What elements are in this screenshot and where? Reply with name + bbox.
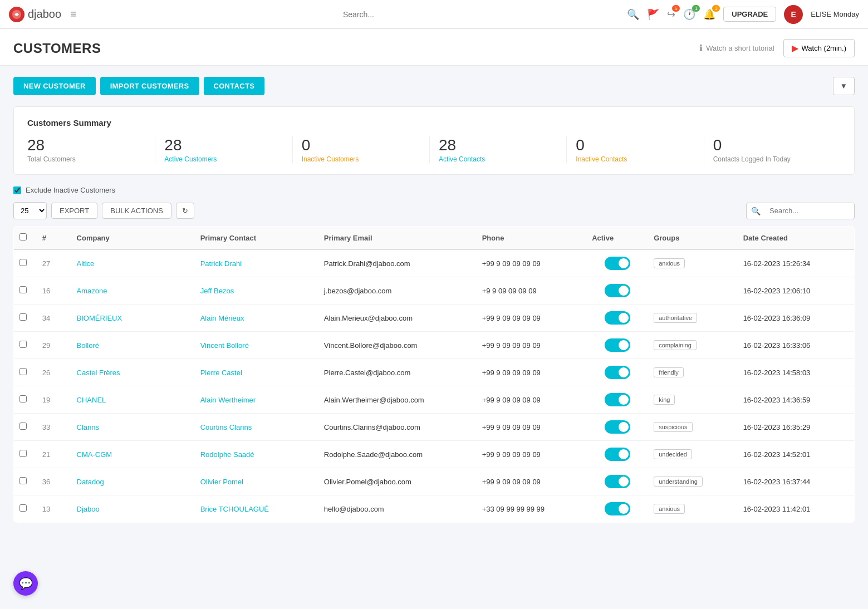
stat-active-contacts[interactable]: 28 Active Contacts bbox=[439, 136, 567, 163]
tutorial-text: Watch a short tutorial bbox=[706, 44, 774, 52]
company-link[interactable]: CHANEL bbox=[77, 396, 106, 404]
play-icon: ▶ bbox=[792, 43, 798, 53]
stat-inactive-customers-number: 0 bbox=[302, 136, 420, 154]
tutorial-link[interactable]: ℹ Watch a short tutorial bbox=[699, 43, 774, 53]
row-email: Vincent.Bollore@djaboo.com bbox=[318, 332, 477, 359]
refresh-button[interactable]: ↻ bbox=[176, 203, 194, 219]
menu-icon[interactable]: ≡ bbox=[70, 8, 77, 21]
flag-icon[interactable]: 🚩 bbox=[647, 8, 659, 21]
table-controls: 25 10 50 100 EXPORT BULK ACTIONS ↻ 🔍 bbox=[13, 202, 855, 219]
watch-button[interactable]: ▶ Watch (2min.) bbox=[783, 39, 855, 57]
active-toggle[interactable] bbox=[605, 502, 630, 515]
toggle-slider bbox=[605, 502, 630, 515]
export-button[interactable]: EXPORT bbox=[51, 203, 97, 219]
exclude-inactive-checkbox[interactable] bbox=[13, 186, 21, 194]
row-checkbox[interactable] bbox=[19, 259, 27, 266]
contact-link[interactable]: Alain Mérieux bbox=[200, 314, 244, 322]
task-icon[interactable]: 🕐 1 bbox=[683, 8, 695, 21]
stat-active-customers[interactable]: 28 Active Customers bbox=[164, 136, 292, 163]
contact-link[interactable]: Olivier Pomel bbox=[200, 478, 243, 486]
row-check bbox=[14, 386, 37, 414]
row-checkbox[interactable] bbox=[19, 341, 27, 348]
logo[interactable]: djaboo bbox=[9, 7, 61, 22]
import-customers-button[interactable]: IMPORT CUSTOMERS bbox=[100, 77, 199, 95]
active-toggle[interactable] bbox=[605, 366, 630, 379]
toggle-slider bbox=[605, 338, 630, 352]
active-toggle[interactable] bbox=[605, 393, 630, 406]
row-check bbox=[14, 468, 37, 495]
table-row: 27 Altice Patrick Drahi Patrick.Drahi@dj… bbox=[14, 249, 855, 277]
row-checkbox[interactable] bbox=[19, 504, 27, 512]
row-contact: Olivier Pomel bbox=[195, 468, 318, 495]
task-badge: 1 bbox=[692, 5, 700, 12]
row-email: Alain.Merieux@djaboo.com bbox=[318, 304, 477, 332]
row-checkbox[interactable] bbox=[19, 450, 27, 457]
company-link[interactable]: Altice bbox=[77, 259, 95, 268]
stat-inactive-customers[interactable]: 0 Inactive Customers bbox=[302, 136, 430, 163]
row-phone: +99 9 09 09 09 09 bbox=[477, 414, 586, 441]
upgrade-button[interactable]: UPGRADE bbox=[723, 7, 776, 22]
row-checkbox[interactable] bbox=[19, 313, 27, 321]
active-toggle[interactable] bbox=[605, 284, 630, 297]
toggle-slider bbox=[605, 311, 630, 325]
search-icon[interactable]: 🔍 bbox=[627, 8, 639, 21]
share-badge: 5 bbox=[672, 5, 680, 12]
content: NEW CUSTOMER IMPORT CUSTOMERS CONTACTS ▼… bbox=[0, 66, 868, 534]
group-badge: understanding bbox=[654, 477, 703, 487]
active-toggle[interactable] bbox=[605, 448, 630, 461]
row-company: Altice bbox=[71, 249, 195, 277]
row-checkbox[interactable] bbox=[19, 477, 27, 484]
contact-link[interactable]: Alain Wertheimer bbox=[200, 396, 256, 404]
company-link[interactable]: Amazone bbox=[77, 287, 107, 295]
exclude-inactive-label[interactable]: Exclude Inactive Customers bbox=[26, 186, 115, 194]
contact-link[interactable]: Vincent Bolloré bbox=[200, 341, 249, 350]
row-checkbox[interactable] bbox=[19, 368, 27, 375]
active-toggle[interactable] bbox=[605, 420, 630, 434]
contacts-button[interactable]: CONTACTS bbox=[204, 77, 265, 95]
active-toggle[interactable] bbox=[605, 311, 630, 325]
contact-link[interactable]: Rodolphe Saadé bbox=[200, 450, 254, 459]
contact-link[interactable]: Jeff Bezos bbox=[200, 287, 234, 295]
active-toggle[interactable] bbox=[605, 475, 630, 488]
company-link[interactable]: Bolloré bbox=[77, 341, 99, 350]
row-checkbox[interactable] bbox=[19, 286, 27, 293]
row-email: Courtins.Clarins@djaboo.com bbox=[318, 414, 477, 441]
global-search-input[interactable] bbox=[281, 10, 437, 19]
stat-inactive-contacts[interactable]: 0 Inactive Contacts bbox=[576, 136, 704, 163]
bulk-actions-button[interactable]: BULK ACTIONS bbox=[102, 203, 171, 219]
table-row: 29 Bolloré Vincent Bolloré Vincent.Bollo… bbox=[14, 332, 855, 359]
company-link[interactable]: CMA-CGM bbox=[77, 450, 112, 459]
table-search-input[interactable] bbox=[765, 203, 854, 218]
company-link[interactable]: Datadog bbox=[77, 478, 104, 486]
header-company: Company bbox=[71, 227, 195, 250]
new-customer-button[interactable]: NEW CUSTOMER bbox=[13, 77, 96, 95]
company-link[interactable]: Castel Frères bbox=[77, 369, 120, 377]
share-icon[interactable]: ↪ 5 bbox=[667, 8, 675, 21]
contact-link[interactable]: Patrick Drahi bbox=[200, 259, 242, 268]
row-company: BIOMÉRIEUX bbox=[71, 304, 195, 332]
row-phone: +99 9 09 09 09 09 bbox=[477, 468, 586, 495]
logo-icon bbox=[9, 7, 24, 22]
filter-icon-button[interactable]: ▼ bbox=[833, 77, 855, 95]
row-checkbox[interactable] bbox=[19, 423, 27, 430]
contact-link[interactable]: Courtins Clarins bbox=[200, 423, 252, 431]
contact-link[interactable]: Pierre Castel bbox=[200, 369, 242, 377]
notification-icon[interactable]: 🔔 3 bbox=[703, 8, 715, 21]
per-page-select[interactable]: 25 10 50 100 bbox=[13, 202, 47, 219]
company-link[interactable]: Clarins bbox=[77, 423, 99, 431]
active-toggle[interactable] bbox=[605, 338, 630, 352]
row-checkbox[interactable] bbox=[19, 395, 27, 402]
row-date: 16-02-2023 11:42:01 bbox=[738, 495, 855, 523]
group-badge: undecided bbox=[654, 449, 692, 459]
company-link[interactable]: Djaboo bbox=[77, 505, 100, 513]
select-all-checkbox[interactable] bbox=[19, 233, 27, 240]
header-phone: Phone bbox=[477, 227, 586, 250]
contact-link[interactable]: Brice TCHOULAGUÉ bbox=[200, 505, 269, 513]
row-company: Clarins bbox=[71, 414, 195, 441]
active-toggle[interactable] bbox=[605, 257, 630, 270]
row-id: 29 bbox=[37, 332, 71, 359]
company-link[interactable]: BIOMÉRIEUX bbox=[77, 314, 122, 322]
table-search-icon: 🔍 bbox=[747, 203, 765, 219]
row-phone: +99 9 09 09 09 09 bbox=[477, 304, 586, 332]
row-email: Pierre.Castel@djaboo.com bbox=[318, 359, 477, 386]
